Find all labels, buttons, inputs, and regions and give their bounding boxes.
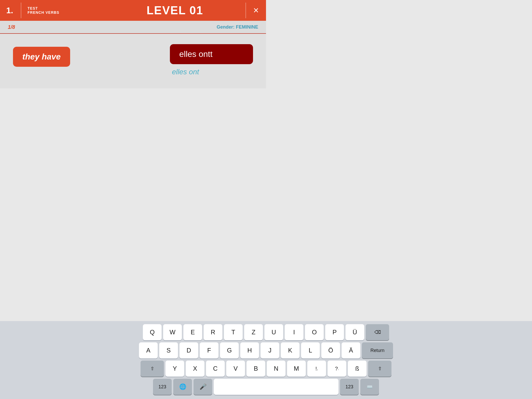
quiz-title-line1: TEST [28, 6, 98, 10]
quiz-title: TEST FRENCH VERBS [21, 6, 104, 15]
question-number: 1. [0, 6, 21, 15]
answer-section: elles ontt elles ont [170, 44, 253, 76]
level-display: LEVEL 01 [104, 4, 245, 17]
gender-prefix: Gender: [217, 24, 236, 30]
gender-value: FEMININE [236, 24, 258, 30]
user-answer-box: elles ontt [170, 44, 253, 64]
sub-header: 1/8 Gender: FEMININE [0, 21, 266, 34]
level-number: 01 [189, 4, 203, 17]
app-header: 1. TEST FRENCH VERBS LEVEL 01 × [0, 0, 266, 21]
english-phrase: they have [13, 47, 70, 67]
progress-indicator: 1/8 [8, 24, 217, 30]
main-content-area: they have elles ontt elles ont [0, 34, 266, 88]
gender-label: Gender: FEMININE [217, 24, 258, 30]
correct-answer-label: elles ont [172, 68, 199, 76]
level-label: LEVEL [147, 4, 189, 17]
quiz-title-line2: FRENCH VERBS [28, 10, 98, 15]
close-button[interactable]: × [246, 5, 266, 16]
